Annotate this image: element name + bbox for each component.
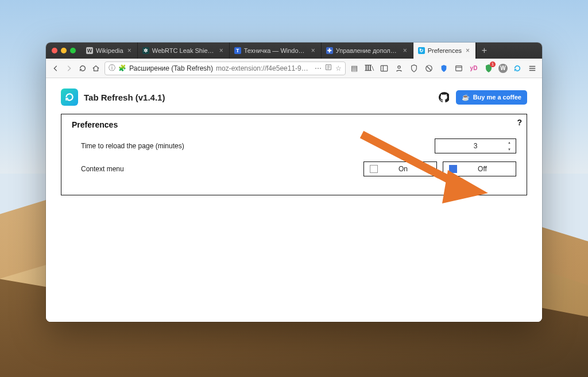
context-menu-off-button[interactable]: Off [443, 161, 516, 176]
tab-addons[interactable]: ✚ Управление дополнениями × [322, 43, 413, 59]
reload-time-value: 3 [435, 142, 516, 150]
address-prefix: Расширение (Tab Refresh) [129, 64, 213, 72]
buy-coffee-button[interactable]: ☕ Buy me a coffee [456, 90, 527, 105]
step-down-icon[interactable]: ▼ [508, 148, 513, 151]
ublock-icon[interactable] [409, 63, 419, 74]
back-button[interactable] [51, 62, 61, 75]
tab-preferences[interactable]: ↻ Preferences × [413, 43, 476, 59]
tab-webrtc[interactable]: ✲ WebRTC Leak Shield – Загруз… × [138, 43, 230, 59]
browser-window: W Wikipedia × ✲ WebRTC Leak Shield – Заг… [46, 43, 542, 322]
navigation-bar: ⓘ 🧩 Расширение (Tab Refresh) moz-extensi… [46, 59, 542, 78]
library-icon[interactable]: Ⅲ\ [364, 63, 374, 74]
tab-technichka[interactable]: T Техничка — Windows, брауз… × [230, 43, 322, 59]
coffee-icon: ☕ [462, 94, 470, 101]
step-up-icon[interactable]: ▲ [508, 141, 513, 144]
address-more-icon[interactable]: ⋯ [315, 64, 322, 72]
svg-rect-1 [381, 66, 387, 71]
ext-icon-badge[interactable]: 1 [483, 63, 494, 74]
help-button[interactable]: ? [517, 118, 522, 127]
reload-button[interactable] [78, 62, 88, 75]
tab-label: Техничка — Windows, брауз… [244, 47, 307, 54]
home-button[interactable] [91, 62, 102, 75]
address-url: moz-extension://f4e5ee11-956b- [216, 64, 312, 72]
preferences-heading: Preferences [72, 120, 516, 129]
site-info-icon[interactable]: ⓘ [109, 63, 115, 73]
svg-point-2 [398, 66, 400, 68]
notification-badge: 1 [490, 61, 496, 67]
tabrefresh-logo-icon [61, 89, 78, 106]
on-label: On [384, 165, 436, 173]
ext-icon-refresh[interactable] [512, 63, 523, 74]
tab-close-icon[interactable]: × [310, 47, 316, 55]
context-menu-row: Context menu On Off [72, 161, 516, 176]
context-menu-on-button[interactable]: On [363, 161, 437, 176]
buy-coffee-label: Buy me a coffee [473, 94, 521, 101]
tab-close-icon[interactable]: × [465, 47, 471, 55]
tab-label: Wikipedia [96, 47, 123, 54]
app-title: Tab Refresh (v1.4.1) [84, 93, 165, 102]
webrtc-favicon: ✲ [142, 47, 149, 54]
reload-time-label: Time to reload the page (minutes) [72, 142, 294, 150]
off-label: Off [463, 165, 516, 173]
tab-label: Preferences [428, 47, 462, 54]
extension-page: Tab Refresh (v1.4.1) ☕ Buy me a coffee ?… [46, 78, 542, 322]
svg-rect-4 [456, 66, 462, 71]
tab-close-icon[interactable]: × [126, 47, 133, 55]
tab-label: Управление дополнениями [336, 47, 399, 54]
ext-icon-1[interactable]: ▤ [349, 63, 359, 74]
number-stepper[interactable]: ▲ ▼ [508, 141, 513, 151]
tab-strip: W Wikipedia × ✲ WebRTC Leak Shield – Заг… [46, 43, 542, 59]
preferences-panel: ? Preferences Time to reload the page (m… [61, 114, 527, 195]
forward-button[interactable] [64, 62, 75, 75]
tab-close-icon[interactable]: × [402, 47, 408, 55]
sidebar-icon[interactable] [379, 63, 389, 74]
menu-button[interactable] [527, 63, 537, 74]
wikipedia-favicon: W [86, 47, 93, 54]
ext-icon-shield[interactable] [439, 63, 449, 74]
context-menu-label: Context menu [72, 165, 294, 173]
ext-icon-w[interactable]: W [498, 64, 508, 73]
ext-icon-yd[interactable]: yD [469, 63, 479, 74]
checkbox-icon [370, 165, 378, 173]
ext-icon-screenshot[interactable] [454, 63, 464, 74]
window-close-button[interactable] [52, 48, 57, 53]
checkbox-icon [449, 165, 457, 173]
noscript-icon[interactable] [424, 63, 434, 74]
app-header: Tab Refresh (v1.4.1) ☕ Buy me a coffee [61, 89, 527, 106]
reader-mode-icon[interactable] [325, 64, 332, 72]
reload-time-input[interactable]: 3 ▲ ▼ [435, 139, 516, 153]
window-maximize-button[interactable] [70, 48, 76, 53]
toolbar-extension-icons: ▤ Ⅲ\ yD 1 W [349, 63, 537, 74]
tab-label: WebRTC Leak Shield – Загруз… [152, 47, 215, 54]
bookmark-star-icon[interactable]: ☆ [335, 64, 342, 72]
extension-icon: 🧩 [118, 64, 126, 72]
window-controls [46, 43, 82, 59]
window-minimize-button[interactable] [61, 48, 67, 53]
tab-close-icon[interactable]: × [218, 47, 225, 55]
tab-wikipedia[interactable]: W Wikipedia × [82, 43, 138, 59]
addons-favicon: ✚ [326, 47, 333, 54]
account-icon[interactable] [394, 63, 404, 74]
reload-time-row: Time to reload the page (minutes) 3 ▲ ▼ [72, 139, 516, 153]
new-tab-button[interactable]: + [476, 43, 492, 59]
tabrefresh-favicon: ↻ [418, 47, 425, 54]
address-bar[interactable]: ⓘ 🧩 Расширение (Tab Refresh) moz-extensi… [105, 61, 346, 75]
github-link-icon[interactable] [438, 91, 450, 103]
technichka-favicon: T [234, 47, 241, 54]
